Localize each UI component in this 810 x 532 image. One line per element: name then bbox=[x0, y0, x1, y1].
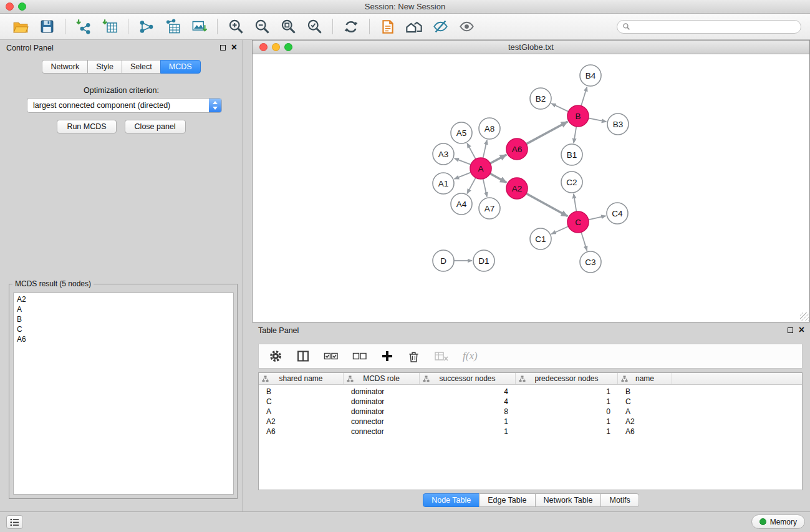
node-D[interactable]: D bbox=[433, 250, 454, 271]
show-columns-button[interactable] bbox=[296, 349, 310, 363]
zoom-window-button[interactable] bbox=[18, 2, 26, 11]
search-input[interactable] bbox=[634, 22, 796, 31]
node-C2[interactable]: C2 bbox=[561, 172, 582, 193]
edge-A-A7[interactable] bbox=[483, 179, 487, 197]
annotation-button[interactable] bbox=[378, 17, 398, 37]
node-B[interactable]: B bbox=[567, 105, 589, 127]
node-A1[interactable]: A1 bbox=[433, 173, 454, 194]
edge-B-B4[interactable] bbox=[581, 87, 587, 106]
float-table-panel-icon[interactable] bbox=[788, 327, 793, 333]
table-row[interactable]: A2connector11A2 bbox=[259, 417, 802, 427]
table-row[interactable]: Adominator80A bbox=[259, 407, 802, 417]
task-history-button[interactable] bbox=[6, 515, 23, 529]
search-field[interactable] bbox=[617, 20, 801, 34]
minimize-network-button[interactable] bbox=[272, 43, 280, 51]
close-window-button[interactable] bbox=[6, 2, 14, 11]
node-C3[interactable]: C3 bbox=[580, 251, 601, 273]
optimization-criterion-dropdown[interactable]: largest connected component (directed) bbox=[27, 98, 222, 113]
edge-A-A5[interactable] bbox=[467, 143, 476, 159]
mcds-result-item[interactable]: B bbox=[14, 314, 233, 324]
network-table-button[interactable] bbox=[163, 17, 183, 37]
edge-B-B1[interactable] bbox=[574, 127, 576, 143]
node-B4[interactable]: B4 bbox=[580, 65, 601, 86]
close-table-panel-icon[interactable]: × bbox=[799, 326, 804, 334]
resize-grip[interactable] bbox=[800, 312, 809, 321]
select-all-button[interactable] bbox=[324, 350, 339, 362]
tab-network[interactable]: Network bbox=[42, 60, 88, 74]
tab-style[interactable]: Style bbox=[87, 60, 122, 74]
mcds-result-item[interactable]: A2 bbox=[14, 294, 233, 304]
column-header-shared-name[interactable]: shared name bbox=[259, 373, 344, 384]
tab-node-table[interactable]: Node Table bbox=[423, 493, 480, 507]
node-B3[interactable]: B3 bbox=[607, 114, 629, 135]
close-panel-icon[interactable]: × bbox=[231, 44, 237, 51]
network-view-button[interactable] bbox=[137, 17, 157, 37]
dropdown-stepper-icon[interactable] bbox=[209, 99, 221, 112]
network-window-titlebar[interactable]: testGlobe.txt bbox=[253, 41, 809, 54]
edge-A-A6[interactable] bbox=[490, 155, 506, 163]
maximize-network-button[interactable] bbox=[284, 43, 292, 51]
edge-C-C4[interactable] bbox=[589, 216, 606, 220]
tab-network-table[interactable]: Network Table bbox=[535, 493, 602, 507]
deselect-all-button[interactable] bbox=[352, 350, 367, 362]
node-C4[interactable]: C4 bbox=[607, 203, 628, 224]
node-A[interactable]: A bbox=[470, 158, 491, 179]
show-details-button[interactable] bbox=[456, 17, 476, 37]
node-C1[interactable]: C1 bbox=[530, 228, 551, 249]
save-session-button[interactable] bbox=[37, 17, 57, 37]
column-header-MCDS-role[interactable]: MCDS role bbox=[344, 373, 420, 384]
tab-edge-table[interactable]: Edge Table bbox=[479, 493, 535, 507]
edge-C-C2[interactable] bbox=[574, 194, 576, 211]
node-A2[interactable]: A2 bbox=[506, 178, 528, 199]
open-session-button[interactable] bbox=[11, 17, 31, 37]
node-D1[interactable]: D1 bbox=[473, 250, 494, 271]
node-A3[interactable]: A3 bbox=[433, 143, 454, 165]
tab-select[interactable]: Select bbox=[122, 60, 161, 74]
node-B2[interactable]: B2 bbox=[530, 88, 551, 109]
zoom-in-button[interactable] bbox=[226, 17, 246, 37]
column-header-name[interactable]: name bbox=[618, 373, 672, 384]
zoom-out-button[interactable] bbox=[252, 17, 272, 37]
zoom-fit-button[interactable] bbox=[278, 17, 298, 37]
mcds-result-list[interactable]: A2ABCA6 bbox=[13, 293, 234, 495]
memory-button[interactable]: Memory bbox=[751, 515, 805, 529]
edge-A6-B[interactable] bbox=[526, 122, 567, 144]
edge-C-C1[interactable] bbox=[551, 226, 568, 234]
node-A7[interactable]: A7 bbox=[479, 198, 500, 219]
network-canvas[interactable]: B4B2BB3A5A8A6B1A3AC2A1A2A4A7C4CC1C3DD1 bbox=[253, 54, 809, 322]
edge-C-C3[interactable] bbox=[581, 232, 587, 251]
close-panel-button[interactable]: Close panel bbox=[125, 120, 186, 133]
import-table-button[interactable] bbox=[100, 17, 120, 37]
column-header-successor-nodes[interactable]: successor nodes bbox=[420, 373, 516, 384]
mcds-result-item[interactable]: A bbox=[14, 304, 233, 314]
import-network-button[interactable] bbox=[74, 17, 94, 37]
tab-mcds[interactable]: MCDS bbox=[160, 60, 201, 74]
edge-A-A3[interactable] bbox=[455, 158, 471, 165]
mcds-result-item[interactable]: A6 bbox=[14, 334, 233, 344]
edge-A-A8[interactable] bbox=[483, 140, 487, 158]
edge-A-A2[interactable] bbox=[490, 173, 506, 183]
edge-B-B3[interactable] bbox=[589, 118, 607, 122]
apply-layout-button[interactable] bbox=[341, 17, 361, 37]
float-panel-icon[interactable] bbox=[220, 45, 226, 51]
network-image-button[interactable] bbox=[189, 17, 209, 37]
node-A6[interactable]: A6 bbox=[506, 138, 528, 160]
function-builder-button[interactable]: f(x) bbox=[463, 350, 478, 362]
edge-A-A4[interactable] bbox=[467, 178, 476, 193]
node-C[interactable]: C bbox=[567, 211, 589, 233]
zoom-selected-button[interactable] bbox=[304, 17, 324, 37]
node-A4[interactable]: A4 bbox=[451, 193, 472, 215]
node-B1[interactable]: B1 bbox=[561, 144, 582, 165]
table-row[interactable]: A6connector11A6 bbox=[259, 427, 802, 437]
node-A8[interactable]: A8 bbox=[479, 118, 500, 139]
run-mcds-button[interactable]: Run MCDS bbox=[57, 120, 116, 133]
edge-A-A1[interactable] bbox=[455, 172, 471, 179]
tab-motifs[interactable]: Motifs bbox=[600, 493, 639, 507]
delete-table-button[interactable] bbox=[434, 350, 449, 362]
mcds-result-item[interactable]: C bbox=[14, 324, 233, 334]
network-graph[interactable]: B4B2BB3A5A8A6B1A3AC2A1A2A4A7C4CC1C3DD1 bbox=[253, 54, 809, 322]
table-row[interactable]: Bdominator41B bbox=[259, 387, 802, 397]
edge-B-B2[interactable] bbox=[551, 104, 568, 112]
column-header-predecessor-nodes[interactable]: predecessor nodes bbox=[516, 373, 618, 384]
edge-A2-C[interactable] bbox=[526, 193, 567, 216]
